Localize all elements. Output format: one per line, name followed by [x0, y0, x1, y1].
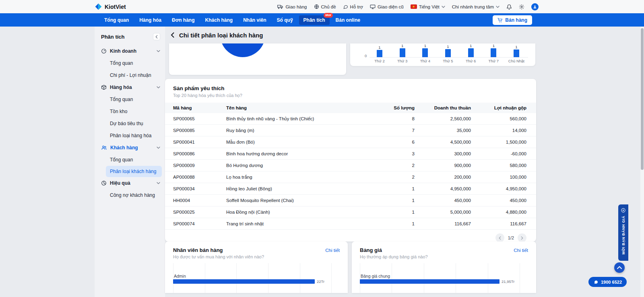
topbar-item-language[interactable]: ★ Tiếng Việt	[411, 4, 445, 9]
donut-chart-card	[169, 43, 346, 75]
sidebar-item-phan-loai-hang-hoa[interactable]: Phân loại hàng hóa	[95, 130, 165, 142]
topbar-item-support[interactable]: Hỗ trợ	[343, 4, 363, 9]
main-content: Chi tiết phân loại khách hàng 0 1Thứ 2 1…	[165, 27, 536, 297]
sidebar-group-hang-hoa[interactable]: Hàng hóa	[95, 81, 165, 93]
gridline	[268, 263, 268, 293]
nav-so-quy[interactable]: Sổ quỹ	[272, 15, 297, 25]
favorite-products-table: Mã hàng Tên hàng Số lượng Doanh thu thuầ…	[165, 103, 536, 230]
sidebar-collapse-button[interactable]	[153, 33, 160, 40]
chevron-down-icon	[157, 86, 160, 89]
bar-group: 1Thứ 2	[370, 43, 389, 66]
hotline-button[interactable]: 1900 6522	[588, 277, 627, 287]
table-header-row: Mã hàng Tên hàng Số lượng Doanh thu thuầ…	[165, 103, 536, 113]
col-header-profit: Lợi nhuận gộp	[476, 103, 536, 113]
notifications-button[interactable]	[506, 4, 512, 10]
bar-group: 1Thứ 6	[462, 43, 480, 66]
card-title: Nhân viên bán hàng	[173, 247, 223, 253]
nav-khach-hang[interactable]: Khách hàng	[201, 15, 237, 25]
user-avatar[interactable]	[531, 3, 539, 10]
users-icon	[101, 145, 107, 151]
nav-tong-quan[interactable]: Tổng quan	[100, 15, 133, 25]
analytics-sidebar: Phân tích Kinh doanh Tổng quan Chi phí -…	[95, 27, 165, 297]
pagination: 1/2	[165, 230, 536, 242]
nav-don-hang[interactable]: Đơn hàng	[167, 15, 199, 25]
sidebar-group-khach-hang[interactable]: Khách hàng	[95, 142, 165, 154]
sidebar-item-du-bao-tieu-thu[interactable]: Dự báo tiêu thụ	[95, 118, 165, 130]
col-header-name: Tên hàng	[221, 103, 375, 113]
sidebar-item-cong-no-khach-hang[interactable]: Công nợ khách hàng	[95, 189, 165, 201]
bar-group: 1Thứ 7	[484, 43, 503, 66]
topbar-item-old-ui[interactable]: Giao diện cũ	[370, 4, 404, 9]
gridline	[424, 263, 424, 293]
gridline	[236, 263, 237, 293]
sidebar-item-ton-kho[interactable]: Tồn kho	[95, 105, 165, 118]
bottom-charts-row: Nhân viên bán hàng Chi tiết Họ được tư v…	[165, 241, 536, 293]
sidebar-item-phan-loai-khach-hang[interactable]: Phân loại khách hàng	[106, 166, 162, 177]
settings-button[interactable]	[519, 4, 524, 10]
sidebar-group-kinh-doanh[interactable]: Kinh doanh	[95, 45, 165, 57]
card-subtitle: Top 20 hàng hóa yêu thích của họ?	[173, 93, 528, 98]
topbar-item-delivery[interactable]: Giao hàng	[277, 4, 307, 9]
nav-ban-online[interactable]: Bán online	[331, 15, 365, 25]
main-nav: Tổng quan Hàng hóa Đơn hàng Khách hàng N…	[0, 13, 644, 27]
nav-phan-tich[interactable]: Phân tích Mới	[299, 15, 330, 25]
sidebar-item-kd-tong-quan[interactable]: Tổng quan	[95, 57, 165, 69]
table-row: SP000025Hoa Đồng nội (Cành)15,000,0004,8…	[165, 206, 536, 218]
price-detail-link[interactable]: Chi tiết	[514, 248, 528, 253]
sell-button[interactable]: Bán hàng	[493, 15, 532, 25]
table-row: SP000034Hồng leo Juliet (Bông)14,950,000…	[165, 183, 536, 195]
table-row: SP000086Bình hoa hướng dương decor3300,0…	[165, 148, 536, 160]
topbar-menu: Giao hàng Chủ đề Hỗ trợ Giao diện cũ ★ T…	[277, 0, 539, 13]
table-row: SP000074Trang trí sinh nhật1116,667116,6…	[165, 218, 536, 230]
col-header-qty: Số lượng	[375, 103, 419, 113]
table-row: HH0004Soffell Mosquito Repellent (Chai)1…	[165, 195, 536, 206]
gauge-icon	[101, 48, 107, 54]
rate-us-banner[interactable]: MỜI BẠN ĐÁNH GIÁ	[618, 204, 628, 261]
gridline	[205, 263, 205, 293]
scroll-to-top-button[interactable]	[614, 262, 625, 273]
topbar-item-branch[interactable]: Chi nhánh trung tâm	[452, 4, 500, 9]
staff-detail-link[interactable]: Chi tiết	[325, 248, 340, 253]
avatar-icon	[531, 3, 539, 10]
table-row: SP000041Mẫu đơn (Bó)64,500,0001,500,000	[165, 136, 536, 148]
prev-page-button[interactable]	[495, 233, 504, 242]
bar	[360, 279, 500, 284]
chevron-up-icon	[617, 266, 622, 269]
chevron-left-icon	[171, 32, 174, 38]
nav-hang-hoa[interactable]: Hàng hóa	[135, 15, 166, 25]
sidebar-group-hieu-qua[interactable]: Hiệu quả	[95, 177, 165, 189]
back-button[interactable]	[171, 32, 174, 38]
sidebar-item-chi-phi-loi-nhuan[interactable]: Chi phí - Lợi nhuận	[95, 69, 165, 81]
next-page-button[interactable]	[518, 233, 526, 242]
page-scrollbar	[640, 27, 644, 297]
kiotviet-logo[interactable]: KiotViet	[95, 0, 126, 13]
page-header: Chi tiết phân loại khách hàng	[165, 27, 536, 43]
chevron-down-icon	[157, 146, 160, 149]
chevron-down-icon	[496, 6, 500, 8]
bar-group: 1Chủ Nhật	[507, 43, 526, 66]
monitor-icon	[370, 4, 376, 9]
bar	[173, 279, 315, 284]
scrollbar-thumb[interactable]	[641, 28, 644, 170]
box-icon	[101, 85, 107, 90]
chevron-left-icon	[499, 236, 501, 240]
price-bar-chart: Bảng giá chung 21,95Tr	[360, 263, 528, 293]
staff-bar-chart: Admin 22Tr	[173, 263, 340, 293]
sidebar-item-hh-tong-quan[interactable]: Tổng quan	[95, 93, 165, 105]
bar-category-label: Admin	[174, 274, 186, 278]
card-title: Bảng giá	[360, 247, 382, 253]
bar-value-label: 22Tr	[317, 279, 324, 284]
page-title: Chi tiết phân loại khách hàng	[179, 32, 263, 39]
bar	[468, 48, 474, 57]
bar	[377, 50, 382, 57]
nav-nhan-vien[interactable]: Nhân viên	[239, 15, 270, 25]
staff-chart-card: Nhân viên bán hàng Chi tiết Họ được tư v…	[165, 241, 348, 293]
feedback-icon	[621, 208, 626, 213]
sidebar-item-kh-tong-quan[interactable]: Tổng quan	[95, 154, 165, 166]
bar	[514, 50, 519, 57]
topbar-item-theme[interactable]: Chủ đề	[314, 4, 336, 9]
card-subtitle: Họ được tư vấn mua hàng với nhân viên nà…	[173, 254, 340, 259]
rate-us-label: MỜI BẠN ĐÁNH GIÁ	[621, 216, 625, 254]
top-charts-row: 0 1Thứ 2 1Thứ 3 1Thứ 4 1Thứ 5 1Thứ 6 1Th…	[165, 43, 536, 75]
table-row: SP000065Bình thủy tinh nhũ vàng - Thủy t…	[165, 113, 536, 125]
